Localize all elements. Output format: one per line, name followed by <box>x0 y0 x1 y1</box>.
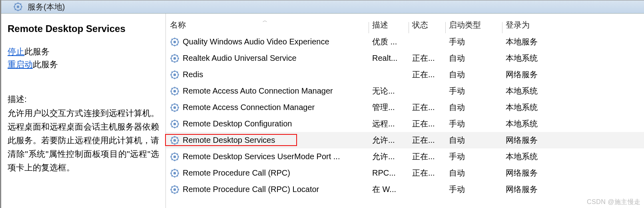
header-desc[interactable]: 描述 <box>369 20 409 30</box>
service-name: Remote Desktop Configuration <box>183 119 292 128</box>
service-list[interactable]: Quality Windows Audio Video Experience优质… <box>166 34 644 198</box>
cell-status: 正在... <box>409 69 446 80</box>
cell-name: Quality Windows Audio Video Experience <box>166 37 369 47</box>
cell-status: 正在... <box>409 102 446 113</box>
watermark: CSDN @施主慢走 <box>587 198 641 206</box>
description-label: 描述: <box>8 94 159 105</box>
cell-startup: 手动 <box>446 151 502 162</box>
cell-startup: 自动 <box>446 102 502 113</box>
cell-name: Remote Procedure Call (RPC) <box>166 168 369 178</box>
header-status[interactable]: 状态 <box>409 20 446 30</box>
header-logon[interactable]: 登录为 <box>502 20 582 30</box>
svg-point-21 <box>173 57 176 59</box>
cell-desc: 远程... <box>369 118 409 129</box>
service-row[interactable]: Quality Windows Audio Video Experience优质… <box>166 34 644 50</box>
cell-status: 正在... <box>409 118 446 129</box>
header-desc-label: 描述 <box>372 20 388 29</box>
cell-name: Remote Desktop Services <box>166 136 369 145</box>
service-row[interactable]: Remote Procedure Call (RPC) Locator在 W..… <box>166 181 644 198</box>
cell-name: Redis <box>166 70 369 80</box>
details-pane: Remote Desktop Services 停止此服务 重启动此服务 描述:… <box>1 14 166 208</box>
stop-suffix: 此服务 <box>24 47 50 56</box>
cell-desc: 优质 ... <box>369 36 409 47</box>
cell-desc: 允许... <box>369 135 409 146</box>
svg-point-31 <box>173 73 176 76</box>
cell-logon: 网络服务 <box>502 135 582 146</box>
cell-name: Remote Access Auto Connection Manager <box>166 86 369 96</box>
gear-icon <box>170 119 179 129</box>
cell-desc: 无论... <box>369 86 409 96</box>
service-row[interactable]: Remote Desktop Services UserMode Port ..… <box>166 148 644 165</box>
svg-point-81 <box>173 155 176 158</box>
restart-suffix: 此服务 <box>33 60 58 69</box>
cell-status: 正在... <box>409 135 446 146</box>
svg-point-1 <box>17 6 19 8</box>
window-frame: 服务(本地) Remote Desktop Services 停止此服务 重启动… <box>0 0 644 208</box>
cell-desc: Realt... <box>369 54 409 63</box>
gear-icon <box>170 168 179 178</box>
cell-name: Remote Desktop Services UserMode Port ..… <box>166 152 369 162</box>
gear-icon <box>170 136 179 145</box>
svg-point-41 <box>173 90 176 92</box>
service-row[interactable]: Remote Access Connection Manager管理...正在.… <box>166 99 644 116</box>
cell-logon: 本地系统 <box>502 53 582 64</box>
service-row[interactable]: Remote Desktop Services允许...正在...自动网络服务 <box>166 132 644 148</box>
service-name: Remote Procedure Call (RPC) Locator <box>183 185 319 194</box>
cell-logon: 网络服务 <box>502 69 582 80</box>
selected-service-title: Remote Desktop Services <box>8 23 159 34</box>
service-name: Redis <box>183 70 203 79</box>
description-body: 允许用户以交互方式连接到远程计算机。远程桌面和远程桌面会话主机服务器依赖此服务。… <box>8 106 159 174</box>
cell-name: Realtek Audio Universal Service <box>166 54 369 63</box>
cell-desc: 管理... <box>369 102 409 113</box>
gear-icon <box>170 103 179 112</box>
svg-point-71 <box>173 139 176 141</box>
service-name: Quality Windows Audio Video Experience <box>183 37 329 46</box>
service-row[interactable]: Remote Access Auto Connection Manager无论.… <box>166 83 644 99</box>
cell-desc: 在 W... <box>369 184 409 195</box>
cell-status: 正在... <box>409 168 446 178</box>
cell-startup: 自动 <box>446 69 502 80</box>
service-row[interactable]: Remote Procedure Call (RPC)RPC...正在...自动… <box>166 165 644 181</box>
service-row[interactable]: Redis正在...自动网络服务 <box>166 66 644 83</box>
cell-startup: 自动 <box>446 53 502 64</box>
titlebar: 服务(本地) <box>1 0 644 14</box>
cell-startup: 手动 <box>446 86 502 96</box>
cell-desc: RPC... <box>369 168 409 178</box>
cell-status: 正在... <box>409 53 446 64</box>
restart-link[interactable]: 重启动 <box>8 60 33 69</box>
gear-icon <box>170 37 179 47</box>
cell-startup: 自动 <box>446 168 502 178</box>
stop-link[interactable]: 停止 <box>8 47 24 56</box>
cell-logon: 本地系统 <box>502 151 582 162</box>
gear-icon <box>170 70 179 80</box>
service-row[interactable]: Remote Desktop Configuration远程...正在...手动… <box>166 116 644 132</box>
service-row[interactable]: Realtek Audio Universal ServiceRealt...正… <box>166 50 644 66</box>
header-status-label: 状态 <box>412 20 428 29</box>
svg-point-91 <box>173 172 176 174</box>
header-name[interactable]: 名称 ︿ <box>166 20 369 30</box>
gear-icon <box>170 54 179 63</box>
sort-caret-icon: ︿ <box>263 17 267 24</box>
cell-logon: 本地系统 <box>502 118 582 129</box>
header-startup[interactable]: 启动类型 <box>446 20 502 30</box>
cell-logon: 本地系统 <box>502 86 582 96</box>
column-headers: 名称 ︿ 描述 状态 启动类型 登录为 <box>166 17 644 33</box>
cell-startup: 手动 <box>446 118 502 129</box>
stop-action: 停止此服务 <box>8 46 159 58</box>
svg-point-51 <box>173 106 176 108</box>
service-name: Remote Desktop Services <box>183 136 275 145</box>
content-area: Remote Desktop Services 停止此服务 重启动此服务 描述:… <box>1 14 644 208</box>
service-name: Remote Access Auto Connection Manager <box>183 86 333 96</box>
service-name: Remote Access Connection Manager <box>183 103 315 112</box>
header-logon-label: 登录为 <box>506 20 530 29</box>
svg-point-11 <box>173 40 176 43</box>
cell-name: Remote Desktop Configuration <box>166 119 369 129</box>
gear-icon <box>170 152 179 162</box>
gear-icon <box>13 2 23 12</box>
cell-status: 正在... <box>409 151 446 162</box>
svg-point-61 <box>173 122 176 125</box>
restart-action: 重启动此服务 <box>8 58 159 70</box>
header-name-label: 名称 <box>170 20 186 29</box>
cell-startup: 手动 <box>446 184 502 195</box>
service-name: Realtek Audio Universal Service <box>183 54 297 63</box>
